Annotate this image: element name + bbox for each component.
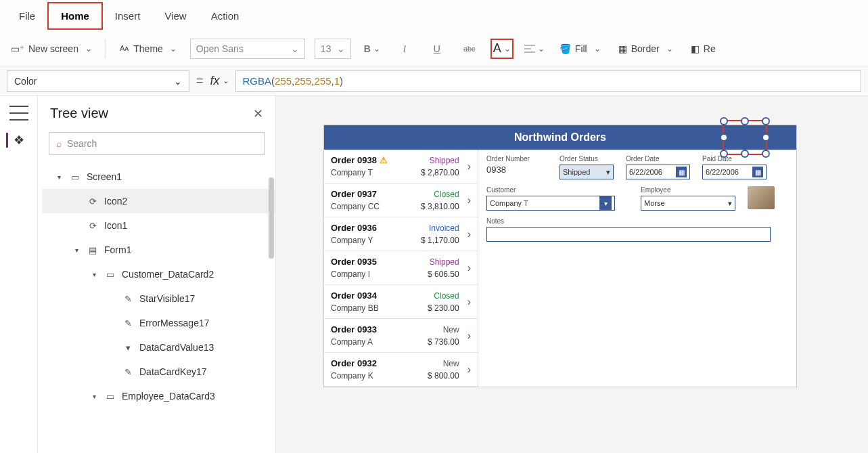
bold-button[interactable]: B	[361, 39, 384, 59]
tree-node[interactable]: ▾▭Customer_DataCard2	[42, 262, 275, 286]
border-button[interactable]: ▦ Border	[614, 41, 677, 57]
employee-avatar	[748, 186, 775, 209]
order-list[interactable]: Order 0938 ⚠Company TShipped$ 2,870.00›O…	[324, 150, 478, 387]
underline-button[interactable]: U	[426, 39, 449, 59]
tree-node[interactable]: ▾▭Screen1	[42, 165, 275, 189]
font-size-select[interactable]: 13 ⌄	[315, 39, 351, 59]
italic-button[interactable]: I	[393, 39, 416, 59]
ribbon: ▭⁺ New screen Aᴀ Theme Open Sans ⌄ 13 ⌄ …	[0, 31, 868, 66]
customer-select[interactable]: Company T▾	[486, 196, 615, 211]
order-row[interactable]: Order 0937Company CCClosed$ 3,810.00›	[324, 184, 478, 217]
tree-list: ▾▭Screen1⟳Icon2⟳Icon1▾▤Form1▾▭Customer_D…	[38, 160, 275, 453]
order-row[interactable]: Order 0934Company BBClosed$ 230.00›	[324, 285, 478, 319]
hamburger-icon[interactable]	[9, 106, 28, 121]
ordno-label: Order Number	[486, 155, 547, 163]
employee-label: Employee	[641, 186, 735, 194]
font-color-button[interactable]: A	[490, 39, 513, 59]
close-icon[interactable]: ✕	[253, 106, 263, 121]
selection-handles[interactable]: ✕	[723, 120, 767, 155]
paiddate-input[interactable]: 6/22/2006▦	[702, 165, 767, 179]
tree-view-title: Tree view	[50, 106, 108, 121]
new-screen-button[interactable]: ▭⁺ New screen	[7, 41, 96, 57]
order-row[interactable]: Order 0936Company YInvoiced$ 1,170.00›	[324, 217, 478, 251]
fill-label: Fill	[575, 43, 587, 54]
divider	[106, 39, 106, 58]
equals-sign: =	[196, 74, 204, 88]
menu-bar: File Home Insert View Action	[0, 0, 868, 31]
chevron-down-icon: ⌄	[174, 76, 182, 87]
tree-node[interactable]: ✎DataCardKey17	[42, 360, 275, 384]
cancel-icon: ✕	[724, 121, 766, 154]
tree-node[interactable]: ✎ErrorMessage17	[42, 311, 275, 335]
font-select[interactable]: Open Sans ⌄	[190, 39, 305, 59]
tree-node[interactable]: ▾▤Form1	[42, 238, 275, 262]
notes-input[interactable]	[486, 227, 771, 242]
tab-file[interactable]: File	[7, 3, 47, 28]
tree-node[interactable]: ⟳Icon2	[42, 189, 275, 213]
tree-search-input[interactable]: ⌕ Search	[49, 132, 265, 155]
border-icon: ▦	[618, 43, 627, 54]
orderdate-label: Order Date	[626, 155, 690, 163]
chevron-down-icon: ⌄	[337, 43, 345, 54]
status-label: Order Status	[559, 155, 614, 163]
orderdate-input[interactable]: 6/22/2006▦	[626, 165, 690, 179]
order-row[interactable]: Order 0933Company ANew$ 736.00›	[324, 319, 478, 353]
theme-label: Theme	[133, 43, 163, 54]
align-icon	[524, 44, 535, 53]
font-size-value: 13	[321, 43, 332, 54]
status-select[interactable]: Shipped▾	[559, 165, 614, 179]
preview-app: Northwind Orders Order 0938 ⚠Company TSh…	[323, 125, 797, 387]
paint-bucket-icon: 🪣	[559, 43, 571, 54]
tree-view-rail-button[interactable]: ❖	[6, 133, 24, 148]
tab-insert[interactable]: Insert	[103, 3, 153, 28]
employee-select[interactable]: Morse▾	[641, 196, 735, 211]
fill-button[interactable]: 🪣 Fill	[555, 41, 605, 57]
theme-icon: Aᴀ	[120, 44, 129, 53]
customer-label: Customer	[486, 186, 615, 194]
fx-button[interactable]: fx⌄	[210, 74, 229, 88]
order-row[interactable]: Order 0935Company IShipped$ 606.50›	[324, 251, 478, 285]
formula-bar: Color ⌄ = fx⌄ RGBA(255, 255, 255, 1)	[0, 66, 868, 96]
main-area: ❖ Tree view ✕ ⌕ Search ▾▭Screen1⟳Icon2⟳I…	[0, 96, 868, 453]
tab-home[interactable]: Home	[47, 2, 103, 30]
search-icon: ⌕	[56, 138, 62, 149]
search-placeholder: Search	[67, 138, 97, 149]
notes-label: Notes	[486, 217, 771, 225]
tree-view-panel: Tree view ✕ ⌕ Search ▾▭Screen1⟳Icon2⟳Ico…	[38, 96, 276, 453]
font-name: Open Sans	[196, 43, 244, 54]
formula-input[interactable]: RGBA(255, 255, 255, 1)	[235, 70, 861, 92]
reorder-label: Re	[704, 43, 716, 54]
strikethrough-button[interactable]: abc	[458, 39, 481, 59]
formula-fn: RGBA	[243, 75, 272, 87]
paiddate-label: Paid Date	[702, 155, 767, 163]
align-button[interactable]	[523, 39, 546, 59]
scrollbar-thumb[interactable]	[269, 177, 274, 259]
tab-view[interactable]: View	[152, 3, 198, 28]
left-rail: ❖	[0, 96, 38, 453]
theme-button[interactable]: Aᴀ Theme	[116, 41, 181, 57]
reorder-icon: ◧	[691, 43, 700, 54]
reorder-button[interactable]: ◧ Re	[687, 41, 720, 57]
order-detail-form: Order Number0938 Order StatusShipped▾ Or…	[478, 150, 796, 387]
order-row[interactable]: Order 0932Company KNew$ 800.00›	[324, 353, 478, 387]
tree-node[interactable]: ✎StarVisible17	[42, 286, 275, 311]
tree-node[interactable]: ▾DataCardValue13	[42, 335, 275, 360]
tree-node[interactable]: ▾▭Employee_DataCard3	[42, 384, 275, 408]
border-label: Border	[631, 43, 660, 54]
canvas: Northwind Orders Order 0938 ⚠Company TSh…	[276, 96, 868, 453]
order-row[interactable]: Order 0938 ⚠Company TShipped$ 2,870.00›	[324, 150, 478, 184]
new-screen-label: New screen	[28, 43, 78, 54]
tree-node[interactable]: ⟳Icon1	[42, 213, 275, 238]
ordno-value: 0938	[486, 165, 547, 175]
new-screen-icon: ▭⁺	[11, 43, 24, 54]
tab-action[interactable]: Action	[199, 3, 252, 28]
property-name: Color	[14, 76, 37, 87]
property-select[interactable]: Color ⌄	[7, 70, 189, 92]
chevron-down-icon: ⌄	[291, 43, 299, 54]
